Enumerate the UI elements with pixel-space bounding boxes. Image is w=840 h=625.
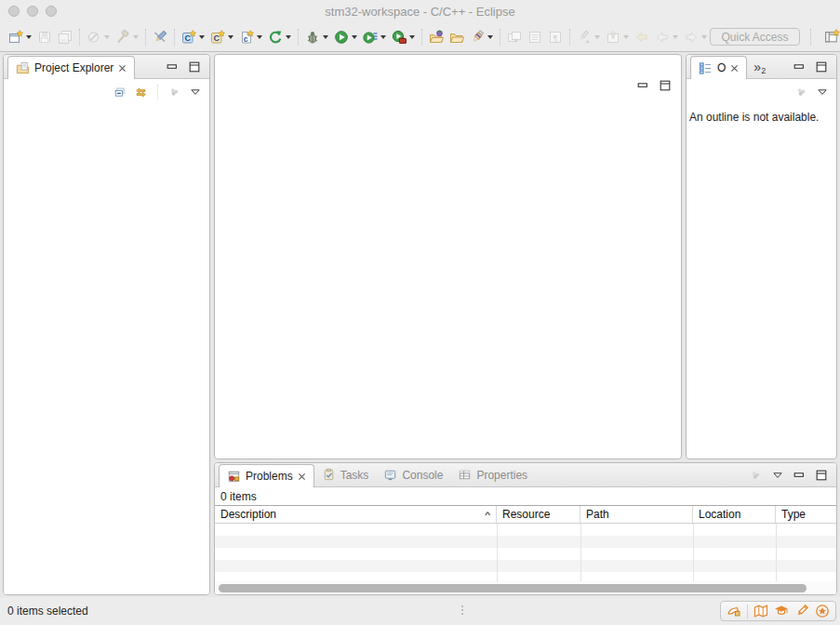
new-c-project-button[interactable]: C [208,26,235,48]
minimize-button[interactable] [793,469,806,482]
bottom-tabs: ProblemsTasksConsoleProperties [215,463,535,486]
tab-properties[interactable]: Properties [450,463,535,486]
table-row [215,560,836,572]
new-cpp-class-button[interactable]: C [180,26,207,48]
new-c-source-file-icon: c [239,30,254,45]
hidden-tabs-indicator[interactable]: »2 [747,60,772,74]
toolbar-separator [145,29,146,46]
close-icon[interactable] [298,472,306,481]
minimize-button[interactable] [793,60,806,73]
external-tools-button[interactable] [390,26,417,48]
project-explorer-icon [16,61,30,75]
minimize-button[interactable] [166,60,179,73]
new-c-source-file-button[interactable]: c [237,26,264,48]
table-row [215,536,836,548]
window-title: stm32-workspace - C/C++ - Eclipse [325,5,514,19]
save-all-icon [58,30,73,45]
column-header-path[interactable]: Path [580,506,693,523]
column-label: Resource [502,508,550,521]
column-header-type[interactable]: Type [776,506,836,523]
dropdown-arrow-icon [286,35,291,39]
problems-tabstrip: ProblemsTasksConsoleProperties [215,463,836,487]
column-divider [580,524,581,581]
tab-problems[interactable]: Problems [219,464,314,487]
maximize-button[interactable] [815,469,828,482]
build-all-button [113,26,140,48]
tab-label: Tasks [340,469,369,482]
build-working-set-button [85,26,112,48]
link-with-editor-button[interactable] [135,86,147,99]
tab-project-explorer[interactable]: Project Explorer [7,56,135,79]
highlighter-icon [470,30,485,45]
tutorials-button[interactable] [771,602,792,620]
editor-area[interactable] [214,54,682,459]
tasks-view-icon [322,468,336,482]
overview-button[interactable] [751,602,771,620]
view-menu-button[interactable] [190,86,201,98]
tab-label: O [717,61,726,74]
toggle-mark-occurrences-button[interactable] [151,26,169,48]
project-explorer-content[interactable] [4,105,209,594]
toolbar-separator [174,29,175,46]
dropdown-arrow-icon [323,35,328,39]
open-task-button[interactable] [427,26,446,48]
new-wizard-icon [8,30,23,45]
new-wizard-button[interactable] [7,26,33,48]
horizontal-scrollbar[interactable] [215,581,836,595]
scrollbar-thumb[interactable] [219,584,807,592]
maximize-button[interactable] [815,60,828,73]
dropdown-arrow-icon [257,35,262,39]
dropdown-arrow-icon [352,35,357,39]
restart-button[interactable] [266,26,293,48]
minimize-button[interactable] [636,79,649,92]
open-resource-button[interactable] [447,26,466,48]
dropdown-arrow-icon [26,35,32,39]
column-header-location[interactable]: Location [693,506,776,523]
svg-text:C: C [213,33,220,43]
save-icon [37,30,52,45]
sort-ascending-icon: ^ [485,511,490,519]
console-view-icon [383,468,397,482]
close-window-button[interactable] [8,6,20,17]
whats-new-button[interactable] [812,602,833,620]
traffic-lights [8,6,57,17]
maximize-button[interactable] [659,79,672,92]
run-button[interactable] [332,26,359,48]
trim-drag-handle[interactable] [461,605,463,607]
tab-label: Problems [246,470,293,483]
close-icon[interactable] [118,64,127,73]
hidden-tabs-count: 2 [761,66,766,75]
view-menu-button[interactable] [772,470,783,481]
highlighter-button[interactable] [468,26,495,48]
view-menu-button[interactable] [817,86,828,98]
dropdown-arrow-icon [380,35,386,39]
collapse-all-button[interactable] [114,86,127,99]
toolbar-separator [298,29,299,46]
configure-settings-button[interactable] [724,602,744,620]
back-to-last-edit-icon [634,30,649,45]
open-perspective-button[interactable] [821,26,840,47]
quick-access-input[interactable] [710,28,800,46]
svg-text:¶: ¶ [553,33,558,42]
dropdown-arrow-icon [701,35,707,39]
column-header-description[interactable]: Description^ [215,506,497,523]
view-menu-dots-icon [750,469,763,482]
debug-button[interactable] [303,26,330,48]
run-configurations-button[interactable] [361,26,388,48]
tab-console[interactable]: Console [376,463,450,486]
whats-new-icon [815,604,830,618]
tab-outline[interactable]: O [690,56,747,79]
column-header-resource[interactable]: Resource [497,506,580,523]
samples-button[interactable] [792,602,812,620]
separator [157,85,158,100]
tab-tasks[interactable]: Tasks [314,463,377,486]
maximize-button[interactable] [188,60,201,73]
toolbar-right: C [710,25,840,48]
table-header: Description^ResourcePathLocationType [215,505,836,524]
zoom-window-button[interactable] [46,6,57,17]
toolbar-separator [569,29,570,46]
new-c-project-icon: C [210,30,225,45]
go-to-next-member-button [604,26,631,48]
minimize-window-button[interactable] [27,6,38,17]
close-icon[interactable] [730,64,739,73]
